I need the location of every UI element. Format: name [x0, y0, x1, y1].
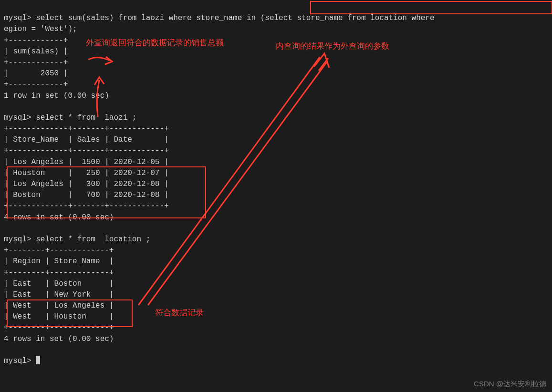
- rowcount: 4 rows in set (0.00 sec): [4, 213, 114, 222]
- sql-subquery: (select store_name from location where: [260, 14, 439, 22]
- result-header: | Region | Store_Name |: [4, 257, 114, 266]
- prompt: mysql>: [4, 235, 36, 244]
- result-border: +------------+: [4, 58, 68, 67]
- rowcount: 1 row in set (0.00 sec): [4, 92, 109, 100]
- cursor-icon[interactable]: [36, 356, 40, 364]
- result-border: +-------------+-------+------------+: [4, 124, 169, 133]
- result-border: +--------+-------------+: [4, 268, 114, 277]
- prompt: mysql>: [4, 14, 36, 22]
- annotation-outer-query: 外查询返回符合的数据记录的销售总额: [86, 37, 224, 49]
- annotation-matched: 符合数据记录: [155, 307, 204, 319]
- result-border: +------------+: [4, 36, 68, 45]
- terminal-output: mysql> select sum(sales) from laozi wher…: [0, 0, 552, 369]
- result-header: | sum(sales) |: [4, 47, 68, 56]
- prompt: mysql>: [4, 113, 36, 122]
- sql-select-location: select * from location ;: [36, 235, 150, 244]
- table-row: | Houston | 250 | 2020-12-07 |: [4, 169, 169, 177]
- table-row: | East | New York |: [4, 290, 114, 299]
- rowcount: 4 rows in set (0.00 sec): [4, 335, 114, 343]
- result-border: +--------+-------------+: [4, 246, 114, 255]
- result-border: +-------------+-------+------------+: [4, 146, 169, 155]
- watermark: CSDN @达米安利拉德: [474, 379, 546, 389]
- result-border: +------------+: [4, 80, 68, 89]
- sql-outer: select sum(sales) from laozi where store…: [36, 14, 260, 22]
- table-row: | West | Los Angeles |: [4, 301, 114, 310]
- table-row: | East | Boston |: [4, 279, 114, 288]
- result-header: | Store_Name | Sales | Date |: [4, 135, 169, 144]
- table-row: | Boston | 700 | 2020-12-08 |: [4, 191, 169, 199]
- sql-line2: egion = 'West');: [4, 25, 77, 33]
- sql-select-laozi: select * from laozi ;: [36, 113, 136, 122]
- result-border: +-------------+-------+------------+: [4, 202, 169, 210]
- result-border: +--------+-------------+: [4, 323, 114, 332]
- table-row: | Los Angeles | 300 | 2020-12-08 |: [4, 180, 169, 188]
- prompt: mysql>: [4, 357, 36, 365]
- table-row: | West | Houston |: [4, 312, 114, 321]
- table-row: | Los Angeles | 1500 | 2020-12-05 |: [4, 158, 169, 166]
- annotation-inner-query: 内查询的结果作为外查询的参数: [276, 41, 389, 52]
- result-row: | 2050 |: [4, 69, 68, 78]
